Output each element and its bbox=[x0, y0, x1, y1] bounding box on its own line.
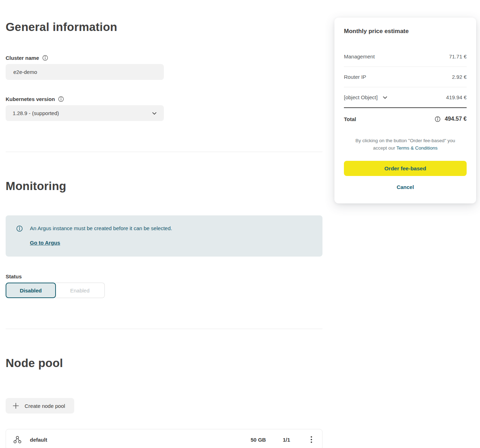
create-node-pool-button[interactable]: Create node pool bbox=[6, 398, 74, 414]
chevron-down-icon bbox=[152, 111, 157, 116]
node-pool-row[interactable]: default 50 GB 1/1 bbox=[6, 429, 322, 448]
section-divider bbox=[6, 152, 322, 152]
total-info-icon[interactable] bbox=[435, 116, 441, 122]
monthly-price-estimate-card: Monthly price estimate Management 71.71 … bbox=[334, 18, 476, 203]
price-row-label: Management bbox=[344, 53, 375, 59]
node-pool-title: Node pool bbox=[6, 356, 322, 370]
terms-text: By clicking on the button "Order fee-bas… bbox=[353, 137, 458, 152]
argus-info-alert: An Argus instance must be created before… bbox=[6, 215, 322, 257]
terms-conditions-link[interactable]: Terms & Conditions bbox=[396, 145, 437, 151]
k8s-version-select[interactable]: 1.28.9 - (supported) bbox=[6, 105, 164, 121]
price-card-title: Monthly price estimate bbox=[344, 28, 467, 35]
price-row-management: Management 71.71 € bbox=[344, 46, 467, 67]
node-pool-icon bbox=[13, 435, 22, 444]
price-rows: Management 71.71 € Router IP 2.92 € [obj… bbox=[344, 46, 467, 107]
cluster-name-label-row: Cluster name bbox=[6, 55, 322, 61]
status-option-enabled[interactable]: Enabled bbox=[55, 283, 105, 298]
price-row-label: Router IP bbox=[344, 74, 366, 80]
cluster-name-label: Cluster name bbox=[6, 55, 39, 61]
k8s-version-label-row: Kubernetes version bbox=[6, 96, 322, 102]
price-row-label: [object Object] bbox=[344, 94, 378, 100]
node-pool-count: 1/1 bbox=[283, 437, 290, 443]
alert-message: An Argus instance must be created before… bbox=[30, 225, 172, 232]
k8s-version-info-icon[interactable] bbox=[58, 96, 64, 102]
price-row-value: 419.94 € bbox=[446, 94, 467, 100]
total-label: Total bbox=[344, 116, 356, 122]
price-row-expand-button[interactable] bbox=[383, 95, 388, 100]
status-toggle-group: Disabled Enabled bbox=[6, 283, 322, 298]
price-row-value: 2.92 € bbox=[452, 74, 467, 80]
general-information-title: General information bbox=[6, 20, 322, 34]
monitoring-title: Monitoring bbox=[6, 179, 322, 193]
k8s-version-label: Kubernetes version bbox=[6, 96, 55, 102]
total-value: 494.57 € bbox=[445, 116, 467, 122]
info-icon bbox=[16, 225, 23, 233]
total-row: Total 494.57 € bbox=[344, 108, 467, 122]
cluster-name-info-icon[interactable] bbox=[42, 55, 48, 61]
status-label: Status bbox=[6, 273, 322, 279]
k8s-version-selected-value: 1.28.9 - (supported) bbox=[13, 110, 59, 116]
section-divider bbox=[6, 329, 322, 329]
node-pool-size: 50 GB bbox=[251, 437, 266, 443]
go-to-argus-link[interactable]: Go to Argus bbox=[30, 240, 60, 246]
node-pool-name: default bbox=[30, 437, 251, 443]
price-row-router-ip: Router IP 2.92 € bbox=[344, 67, 467, 87]
chevron-down-icon bbox=[383, 95, 388, 100]
create-node-pool-label: Create node pool bbox=[25, 403, 65, 409]
node-pool-menu-button[interactable] bbox=[309, 435, 314, 444]
status-option-disabled[interactable]: Disabled bbox=[6, 283, 56, 298]
price-row-object: [object Object] 419.94 € bbox=[344, 87, 467, 107]
order-fee-based-button[interactable]: Order fee-based bbox=[344, 161, 467, 176]
price-row-value: 71.71 € bbox=[449, 53, 467, 59]
cancel-button[interactable]: Cancel bbox=[397, 184, 414, 190]
main-content: General information Cluster name e2e-dem… bbox=[6, 0, 322, 448]
plus-icon bbox=[13, 403, 19, 409]
cluster-name-input[interactable]: e2e-demo bbox=[6, 64, 164, 80]
kebab-menu-icon bbox=[311, 436, 312, 443]
